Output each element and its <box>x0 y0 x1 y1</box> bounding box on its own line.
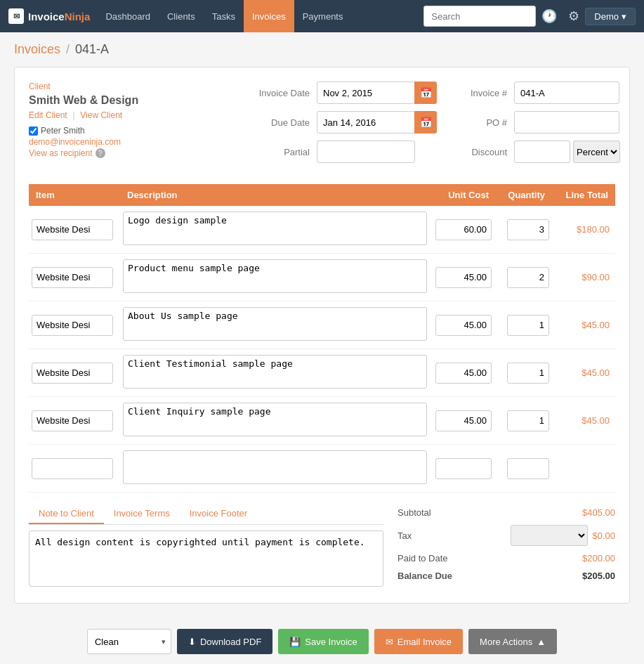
due-date-label: Due Date <box>239 117 310 128</box>
qty-cell <box>496 361 552 385</box>
qty-input[interactable] <box>507 458 549 479</box>
item-input[interactable] <box>32 410 113 431</box>
description-input[interactable]: Product menu sample page <box>123 259 427 293</box>
brand-logo[interactable]: ✉ InvoiceNinja <box>8 8 90 24</box>
po-input[interactable] <box>514 111 619 134</box>
item-cell <box>29 313 120 337</box>
description-input[interactable]: About Us sample page <box>123 307 427 341</box>
line-total-cell <box>552 467 615 470</box>
discount-input[interactable] <box>514 141 570 163</box>
tab-invoice-terms[interactable]: Invoice Terms <box>104 504 180 524</box>
notes-tabs: Note to Client Invoice Terms Invoice Foo… <box>29 504 383 525</box>
qty-input[interactable] <box>507 219 549 240</box>
contact-email[interactable]: demo@invoiceninja.com <box>29 137 225 147</box>
view-recipient-link[interactable]: View as recipient ? <box>29 148 225 158</box>
view-client-link[interactable]: View Client <box>80 110 122 120</box>
demo-label: Demo <box>594 11 619 22</box>
description-input[interactable]: Client Inquiry sample page <box>123 403 427 436</box>
description-cell: Product menu sample page <box>120 258 433 297</box>
notes-textarea[interactable]: All design content is copyrighted until … <box>29 530 383 587</box>
navbar: ✉ InvoiceNinja Dashboard Clients Tasks I… <box>0 0 644 32</box>
item-input[interactable] <box>32 219 113 240</box>
invoice-num-row: Invoice # <box>451 82 633 104</box>
qty-cell <box>496 313 552 337</box>
download-pdf-button[interactable]: ⬇ Download PDF <box>177 629 272 654</box>
tab-note-to-client[interactable]: Note to Client <box>29 504 104 524</box>
email-invoice-button[interactable]: ✉ Email Invoice <box>374 629 463 654</box>
unit-cost-input[interactable] <box>435 219 492 240</box>
invoice-num-input[interactable] <box>514 82 619 104</box>
invoice-date-calendar-button[interactable]: 📅 <box>414 82 437 104</box>
unit-cost-input[interactable] <box>435 363 492 384</box>
client-actions: Edit Client | View Client <box>29 110 225 120</box>
qty-input[interactable] <box>507 267 549 288</box>
edit-client-link[interactable]: Edit Client <box>29 110 67 120</box>
contact-checkbox[interactable] <box>29 126 38 136</box>
nav-clients[interactable]: Clients <box>159 0 204 32</box>
nav-tasks[interactable]: Tasks <box>204 0 244 32</box>
due-date-input[interactable] <box>317 111 415 134</box>
description-cell <box>120 449 433 488</box>
item-input[interactable] <box>32 267 113 288</box>
col-item-header: Item <box>29 184 120 206</box>
nav-invoices[interactable]: Invoices <box>244 0 294 32</box>
search-input[interactable] <box>423 6 536 27</box>
unit-cost-input[interactable] <box>435 267 492 288</box>
discount-type-select[interactable]: Percent Amount <box>573 141 620 163</box>
demo-dropdown-button[interactable]: Demo ▾ <box>585 8 636 25</box>
invoice-date-row: Invoice Date 📅 <box>239 82 437 104</box>
due-date-calendar-button[interactable]: 📅 <box>414 111 437 134</box>
qty-input[interactable] <box>507 363 549 384</box>
partial-input[interactable] <box>317 141 415 163</box>
subtotal-label: Subtotal <box>397 507 431 518</box>
col-linetotal-header: Line Total <box>552 184 615 206</box>
tab-invoice-footer[interactable]: Invoice Footer <box>180 504 257 524</box>
more-actions-button[interactable]: More Actions ▲ <box>468 629 557 654</box>
breadcrumb: Invoices / 041-A <box>0 32 644 67</box>
cost-cell <box>433 266 496 289</box>
settings-icon-button[interactable]: ⚙ <box>563 0 585 32</box>
tax-select[interactable] <box>511 525 588 546</box>
line-total-cell: $45.00 <box>552 318 615 332</box>
client-section: Client Smith Web & Design Edit Client | … <box>29 82 225 170</box>
item-cell <box>29 361 120 385</box>
tax-row: Tax $0.00 <box>397 521 615 549</box>
save-invoice-button[interactable]: 💾 Save Invoice <box>278 629 368 654</box>
unit-cost-input[interactable] <box>435 410 492 431</box>
download-label: Download PDF <box>200 637 261 647</box>
tax-label: Tax <box>397 530 412 541</box>
partial-row: Partial <box>239 141 437 163</box>
clock-icon-button[interactable]: 🕐 <box>536 0 563 32</box>
description-input[interactable]: Client Testimonial sample page <box>123 355 427 389</box>
contact-checkbox-row: Peter Smith <box>29 126 225 136</box>
template-select-wrapper: Clean Bold Modern ▾ <box>87 629 171 654</box>
po-label: PO # <box>451 117 507 128</box>
more-label: More Actions <box>480 637 532 647</box>
col-description-header: Description <box>120 184 433 206</box>
po-row: PO # <box>451 111 633 134</box>
template-select[interactable]: Clean Bold Modern <box>87 629 171 654</box>
unit-cost-input[interactable] <box>435 458 492 479</box>
qty-cell <box>496 457 552 481</box>
line-total-cell: $90.00 <box>552 271 615 284</box>
qty-input[interactable] <box>507 410 549 431</box>
description-input[interactable] <box>123 450 427 484</box>
nav-dashboard[interactable]: Dashboard <box>97 0 159 32</box>
breadcrumb-parent[interactable]: Invoices <box>14 42 60 57</box>
subtotal-value: $405.00 <box>582 507 615 518</box>
qty-input[interactable] <box>507 315 549 336</box>
info-icon: ? <box>96 148 105 158</box>
item-input[interactable] <box>32 363 113 384</box>
discount-label: Discount <box>451 147 507 157</box>
item-input[interactable] <box>32 315 113 336</box>
unit-cost-input[interactable] <box>435 315 492 336</box>
subtotal-row: Subtotal $405.00 <box>397 504 615 521</box>
item-input[interactable] <box>32 458 113 479</box>
invoice-num-label: Invoice # <box>451 88 507 98</box>
action-bar: Clean Bold Modern ▾ ⬇ Download PDF 💾 Sav… <box>0 618 644 664</box>
paid-value: $200.00 <box>582 553 615 564</box>
notes-section: Note to Client Invoice Terms Invoice Foo… <box>29 504 383 589</box>
nav-payments[interactable]: Payments <box>294 0 352 32</box>
description-input[interactable]: Logo design sample <box>123 211 427 245</box>
invoice-date-input[interactable] <box>317 82 415 104</box>
